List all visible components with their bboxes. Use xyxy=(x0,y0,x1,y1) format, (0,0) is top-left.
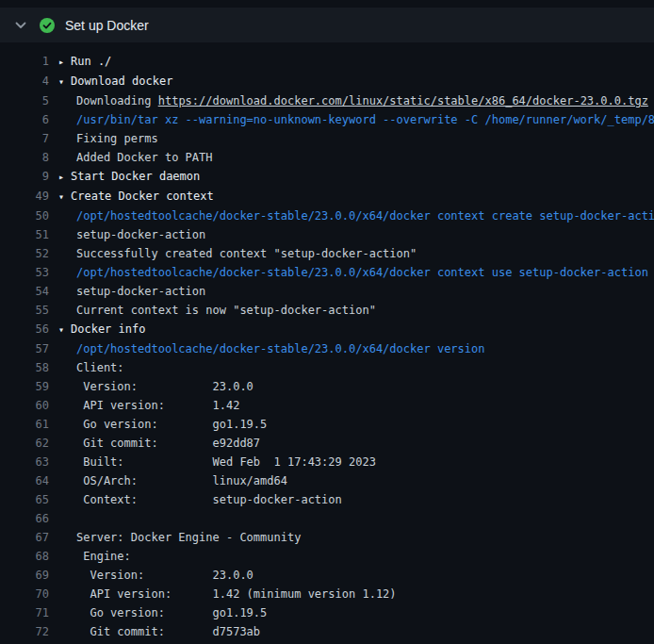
chevron-right-icon[interactable]: ▸ xyxy=(58,168,71,187)
chevron-down-icon[interactable] xyxy=(15,22,26,29)
log-line: 50/opt/hostedtoolcache/docker-stable/23.… xyxy=(0,206,654,225)
log-text: OS/Arch: linux/amd64 xyxy=(58,471,287,490)
line-number[interactable]: 5 xyxy=(0,91,49,110)
group-title: Create Docker context xyxy=(71,190,214,203)
line-number[interactable]: 72 xyxy=(0,622,49,641)
log-line: 57/opt/hostedtoolcache/docker-stable/23.… xyxy=(0,339,654,358)
log-text: Git commit: d7573ab xyxy=(58,622,260,641)
log-text: Git commit: e92dd87 xyxy=(58,434,260,453)
log-line: 53/opt/hostedtoolcache/docker-stable/23.… xyxy=(0,263,654,282)
line-number[interactable]: 65 xyxy=(0,490,49,509)
log-line: 1▸Run ./ xyxy=(0,52,654,72)
step-title: Set up Docker xyxy=(65,18,149,33)
chevron-down-icon[interactable]: ▾ xyxy=(58,321,71,339)
log-line: 70 API version: 1.42 (minimum version 1.… xyxy=(0,585,654,603)
log-text: Client: xyxy=(58,358,124,377)
group-title: Download docker xyxy=(71,74,172,88)
log-line: 55Current context is now "setup-docker-a… xyxy=(0,301,654,320)
group-title: Start Docker daemon xyxy=(71,170,200,183)
line-number[interactable]: 49 xyxy=(0,187,49,206)
line-number[interactable]: 70 xyxy=(0,585,49,603)
log-text: Current context is now "setup-docker-act… xyxy=(58,301,376,320)
log-text: setup-docker-action xyxy=(58,282,205,301)
line-number[interactable]: 58 xyxy=(0,358,49,377)
log-line: 4▾Download docker xyxy=(0,72,654,91)
group-header[interactable]: ▸Run ./ xyxy=(58,52,111,72)
line-number[interactable]: 51 xyxy=(0,225,49,244)
line-number[interactable]: 50 xyxy=(0,206,49,225)
group-header[interactable]: ▾Download docker xyxy=(58,72,172,91)
log-text: Built: Wed Feb 1 17:43:29 2023 xyxy=(58,453,376,471)
log-text: Go version: go1.19.5 xyxy=(58,603,267,622)
line-number[interactable]: 9 xyxy=(0,167,49,187)
line-number[interactable]: 8 xyxy=(0,148,49,167)
log-line: 65 Context: setup-docker-action xyxy=(0,490,654,509)
log-line: 7Fixing perms xyxy=(0,129,654,148)
line-number[interactable]: 54 xyxy=(0,282,49,301)
log-line: 8Added Docker to PATH xyxy=(0,148,654,167)
line-number[interactable]: 57 xyxy=(0,339,49,358)
log-text: Go version: go1.19.5 xyxy=(58,415,267,434)
log-line: 59 Version: 23.0.0 xyxy=(0,377,654,396)
log-text: API version: 1.42 (minimum version 1.12) xyxy=(58,585,397,603)
line-number[interactable]: 6 xyxy=(0,110,49,129)
log-text: Added Docker to PATH xyxy=(58,148,213,167)
log-line: 66 xyxy=(0,509,654,528)
line-number[interactable]: 68 xyxy=(0,547,49,566)
log-text: Version: 23.0.0 xyxy=(58,566,253,585)
chevron-down-icon[interactable]: ▾ xyxy=(58,188,71,206)
line-number[interactable]: 61 xyxy=(0,415,49,434)
command-text: /opt/hostedtoolcache/docker-stable/23.0.… xyxy=(58,339,484,358)
line-number[interactable]: 66 xyxy=(0,509,49,528)
group-title: Docker info xyxy=(71,322,145,336)
line-number[interactable]: 59 xyxy=(0,377,49,396)
line-number[interactable]: 55 xyxy=(0,301,49,320)
log-line: 69 Version: 23.0.0 xyxy=(0,566,654,585)
group-header[interactable]: ▸Start Docker daemon xyxy=(58,167,200,187)
command-text: /opt/hostedtoolcache/docker-stable/23.0.… xyxy=(58,206,654,225)
line-number[interactable]: 7 xyxy=(0,129,49,148)
line-number[interactable]: 1 xyxy=(0,52,49,72)
line-number[interactable]: 56 xyxy=(0,320,49,339)
line-number[interactable]: 52 xyxy=(0,244,49,263)
log-link[interactable]: https://download.docker.com/linux/static… xyxy=(158,94,648,107)
line-number[interactable]: 67 xyxy=(0,528,49,547)
command-text: /usr/bin/tar xz --warning=no-unknown-key… xyxy=(58,110,654,129)
log-line: 51setup-docker-action xyxy=(0,225,654,244)
log-text: Context: setup-docker-action xyxy=(58,490,342,509)
log-line: 58Client: xyxy=(0,358,654,377)
log-text: Server: Docker Engine - Community xyxy=(58,528,301,547)
log-line: 54setup-docker-action xyxy=(0,282,654,301)
log-line: 63 Built: Wed Feb 1 17:43:29 2023 xyxy=(0,453,654,471)
line-number[interactable]: 69 xyxy=(0,566,49,585)
log-line: 67Server: Docker Engine - Community xyxy=(0,528,654,547)
log-text: Engine: xyxy=(58,547,131,566)
log-line: 6/usr/bin/tar xz --warning=no-unknown-ke… xyxy=(0,110,654,129)
command-text: /opt/hostedtoolcache/docker-stable/23.0.… xyxy=(58,263,648,282)
log-line: 9▸Start Docker daemon xyxy=(0,167,654,187)
line-number[interactable]: 53 xyxy=(0,263,49,282)
log-text: API version: 1.42 xyxy=(58,396,239,415)
chevron-right-icon[interactable]: ▸ xyxy=(58,53,71,72)
line-number[interactable]: 63 xyxy=(0,453,49,471)
log-line: 71 Go version: go1.19.5 xyxy=(0,603,654,622)
log-line: 72 Git commit: d7573ab xyxy=(0,622,654,641)
log-line: 60 API version: 1.42 xyxy=(0,396,654,415)
line-number[interactable]: 60 xyxy=(0,396,49,415)
log-text-prefix: Downloading xyxy=(76,94,158,107)
success-check-icon xyxy=(40,18,55,33)
group-header[interactable]: ▾Docker info xyxy=(58,320,145,339)
line-number[interactable]: 4 xyxy=(0,72,49,91)
group-header[interactable]: ▾Create Docker context xyxy=(58,187,214,206)
log-line: 49▾Create Docker context xyxy=(0,187,654,206)
chevron-down-icon[interactable]: ▾ xyxy=(58,73,71,91)
log-text: Downloading https://download.docker.com/… xyxy=(58,91,648,110)
step-header[interactable]: Set up Docker xyxy=(0,8,654,42)
log-line: 52Successfully created context "setup-do… xyxy=(0,244,654,263)
line-number[interactable]: 62 xyxy=(0,434,49,453)
group-title: Run ./ xyxy=(71,55,111,68)
line-number[interactable]: 71 xyxy=(0,603,49,622)
line-number[interactable]: 64 xyxy=(0,471,49,490)
log-line: 61 Go version: go1.19.5 xyxy=(0,415,654,434)
log-line: 68 Engine: xyxy=(0,547,654,566)
